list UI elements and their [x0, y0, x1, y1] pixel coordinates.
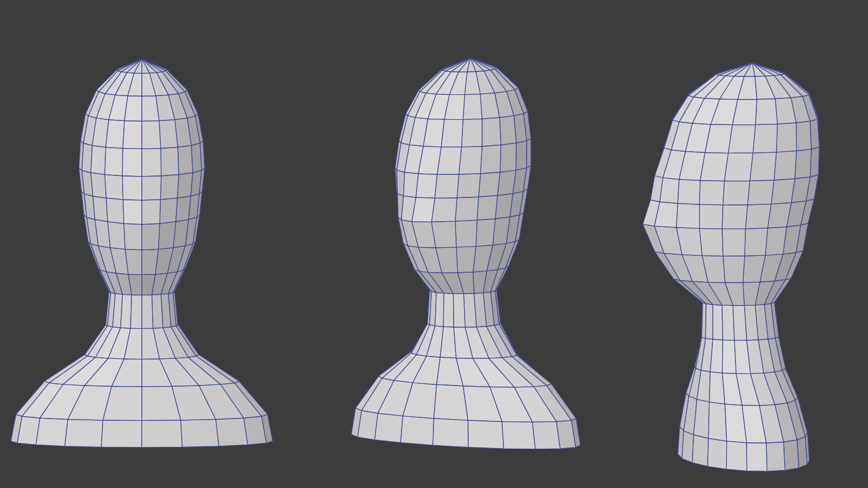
- viewport-background: { "scene": { "description": "Three rende…: [0, 0, 868, 488]
- render-canvas: [0, 0, 868, 488]
- render-stage: [0, 0, 868, 488]
